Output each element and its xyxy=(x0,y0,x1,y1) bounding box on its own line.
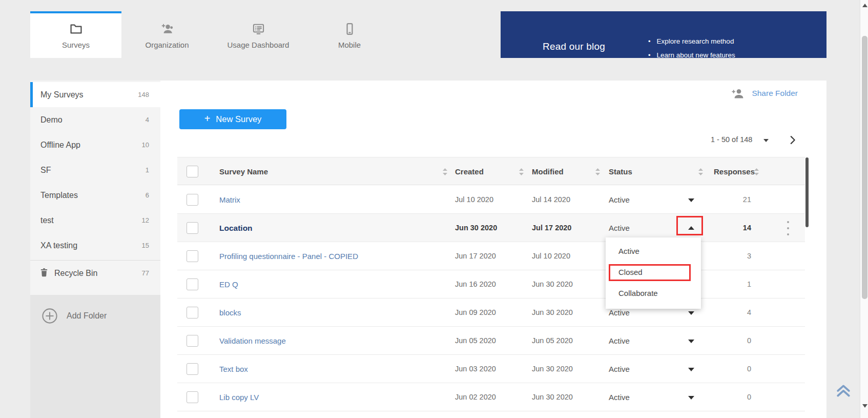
folder-label: Templates xyxy=(40,183,78,208)
add-folder-button[interactable]: Add Folder xyxy=(30,301,160,331)
folder-label: Offline App xyxy=(40,132,80,157)
sidebar-item-offline-app[interactable]: Offline App10 xyxy=(30,132,160,157)
row-menu-kebab-icon[interactable] xyxy=(785,221,791,235)
survey-name-link[interactable]: Matrix xyxy=(219,186,240,214)
tab-mobile[interactable]: Mobile xyxy=(304,11,395,58)
row-checkbox[interactable] xyxy=(187,335,198,347)
sidebar-item-xa-testing[interactable]: XA testing15 xyxy=(30,233,160,258)
sidebar-item-demo[interactable]: Demo4 xyxy=(30,107,160,132)
scrollbar-up-arrow-icon[interactable] xyxy=(862,4,867,7)
pagination-caret-icon[interactable] xyxy=(763,139,769,142)
tab-label: Usage Dashboard xyxy=(228,41,290,49)
row-checkbox[interactable] xyxy=(187,222,198,234)
sidebar: My Surveys148Demo4Offline App10SF1Templa… xyxy=(30,81,160,295)
sort-icon[interactable] xyxy=(519,168,524,175)
table-row-validation-message: Validation messageJun 05 2020Jun 05 2020… xyxy=(177,327,805,355)
tab-organization[interactable]: Organization xyxy=(121,11,213,58)
sidebar-lower: Add Folder xyxy=(30,295,160,418)
created-date: Jun 09 2020 xyxy=(455,298,496,327)
folder-count: 15 xyxy=(142,233,149,258)
status-value: Active xyxy=(609,383,630,411)
modified-date: Jul 10 2020 xyxy=(532,242,570,270)
survey-name-link[interactable]: blocks xyxy=(219,298,241,327)
row-checkbox[interactable] xyxy=(187,250,198,262)
table-scrollbar[interactable] xyxy=(805,157,809,227)
blog-banner[interactable]: Read our blog Explore research method Le… xyxy=(501,11,826,58)
survey-name-link[interactable]: Lib copy LV xyxy=(219,383,259,411)
page-scrollbar[interactable] xyxy=(860,0,868,418)
modified-date: Jul 14 2020 xyxy=(532,186,570,214)
usage-dashboard-icon xyxy=(252,22,265,36)
new-survey-button[interactable]: + New Survey xyxy=(179,109,286,129)
folder-count: 1 xyxy=(146,157,149,183)
folder-count: 12 xyxy=(142,208,149,233)
annotation-box-status-caret xyxy=(676,216,703,235)
sidebar-item-templates[interactable]: Templates6 xyxy=(30,183,160,208)
organization-icon xyxy=(160,22,174,36)
table-row-lib-copy-lv: Lib copy LVJun 02 2020Jun 30 2020Active0 xyxy=(177,383,805,411)
sidebar-item-my-surveys[interactable]: My Surveys148 xyxy=(30,82,160,107)
row-checkbox[interactable] xyxy=(187,307,198,319)
sidebar-item-recycle-bin[interactable]: Recycle Bin 77 xyxy=(30,261,160,285)
folder-icon xyxy=(69,22,83,36)
modified-date: Jun 05 2020 xyxy=(532,327,573,355)
created-date: Jun 16 2020 xyxy=(455,270,496,298)
next-page-button[interactable] xyxy=(787,134,798,146)
recycle-bin-count: 77 xyxy=(142,261,149,285)
created-date: Jun 05 2020 xyxy=(455,327,496,355)
responses-count: 0 xyxy=(690,355,751,383)
scrollbar-down-arrow-icon[interactable] xyxy=(862,404,867,408)
status-value: Active xyxy=(609,327,630,355)
sort-icon[interactable] xyxy=(698,168,703,175)
annotation-box-closed-option xyxy=(609,264,691,281)
table-row-location: LocationJun 30 2020Jul 17 2020Active14 xyxy=(177,214,805,242)
tab-surveys[interactable]: Surveys xyxy=(30,11,121,58)
tab-label: Mobile xyxy=(338,41,361,49)
table-row-profiling-questionnaire-panel-copied: Profiling questionnaire - Panel - COPIED… xyxy=(177,242,805,270)
sort-icon[interactable] xyxy=(754,168,759,175)
plus-circle-icon xyxy=(42,308,58,324)
column-header-status[interactable]: Status xyxy=(609,157,632,186)
trash-icon xyxy=(39,267,49,278)
tab-label: Surveys xyxy=(62,41,90,49)
survey-name-link[interactable]: ED Q xyxy=(219,270,238,298)
column-header-created[interactable]: Created xyxy=(455,157,484,186)
row-checkbox[interactable] xyxy=(187,278,198,290)
sidebar-item-test[interactable]: test12 xyxy=(30,208,160,233)
tab-usage-dashboard[interactable]: Usage Dashboard xyxy=(213,11,304,58)
folder-label: XA testing xyxy=(40,233,77,258)
dropdown-option-active[interactable]: Active xyxy=(606,244,701,259)
sidebar-item-sf[interactable]: SF1 xyxy=(30,157,160,183)
page-scrollbar-thumb[interactable] xyxy=(862,36,867,299)
sort-icon[interactable] xyxy=(443,168,447,175)
folder-label: test xyxy=(40,208,54,233)
folder-count: 10 xyxy=(142,132,149,157)
row-checkbox[interactable] xyxy=(187,391,198,403)
survey-name-link[interactable]: Text box xyxy=(219,355,248,383)
banner-bullet: Explore research method xyxy=(648,34,735,48)
row-checkbox[interactable] xyxy=(187,363,198,375)
row-checkbox[interactable] xyxy=(187,194,198,206)
survey-name-link[interactable]: Location xyxy=(219,214,253,242)
scroll-to-top-button[interactable] xyxy=(834,380,853,398)
new-survey-label: New Survey xyxy=(216,114,261,124)
column-header-survey-name[interactable]: Survey Name xyxy=(219,157,268,186)
modified-date: Jun 30 2020 xyxy=(532,270,573,298)
recycle-bin-label: Recycle Bin xyxy=(54,261,97,285)
status-value: Active xyxy=(609,186,630,214)
pagination-range[interactable]: 1 - 50 of 148 xyxy=(711,135,752,144)
dropdown-option-collaborate[interactable]: Collaborate xyxy=(606,286,701,301)
select-all-checkbox[interactable] xyxy=(187,166,198,177)
created-date: Jun 17 2020 xyxy=(455,242,496,270)
share-person-add-icon xyxy=(731,88,745,99)
created-date: Jul 10 2020 xyxy=(455,186,493,214)
responses-count: 21 xyxy=(690,186,751,214)
column-header-modified[interactable]: Modified xyxy=(532,157,564,186)
sort-icon[interactable] xyxy=(595,168,600,175)
sidebar-divider xyxy=(30,260,160,261)
survey-name-link[interactable]: Profiling questionnaire - Panel - COPIED xyxy=(219,242,358,270)
share-folder-button[interactable]: Share Folder xyxy=(731,88,798,99)
created-date: Jun 30 2020 xyxy=(455,214,497,242)
column-header-responses[interactable]: Responses xyxy=(714,157,755,186)
survey-name-link[interactable]: Validation message xyxy=(219,327,286,355)
